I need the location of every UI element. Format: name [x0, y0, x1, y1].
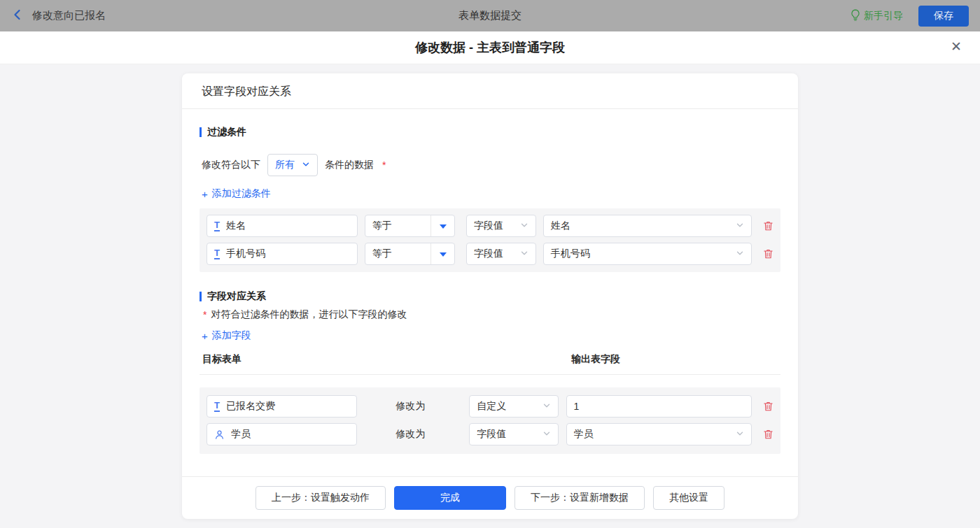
filter-value-type: 字段值	[474, 220, 503, 232]
filter-rows-band: T 姓名 等于 字段值 姓名	[200, 208, 780, 272]
filter-field-name: 手机号码	[226, 248, 265, 260]
filter-operator-select[interactable]: 等于	[365, 243, 455, 265]
back-button[interactable]	[11, 8, 24, 23]
filter-value-select[interactable]: 手机号码	[543, 243, 752, 265]
prev-step-button[interactable]: 上一步：设置触发动作	[255, 486, 386, 510]
filter-value-type: 字段值	[474, 248, 503, 260]
mapping-mode-value: 字段值	[477, 428, 506, 441]
filter-field-input[interactable]: T 手机号码	[206, 243, 358, 265]
person-icon	[214, 429, 225, 440]
mapping-rows-band: T 已报名交费 修改为 自定义	[200, 387, 780, 454]
filter-value-type-select[interactable]: 字段值	[466, 215, 536, 237]
close-icon[interactable]: ✕	[951, 40, 962, 53]
mapping-row: 学员 修改为 字段值 学员	[206, 423, 774, 445]
mapping-row: T 已报名交费 修改为 自定义	[206, 395, 774, 418]
filter-value: 手机号码	[551, 248, 590, 260]
chevron-down-icon	[542, 429, 551, 440]
modify-to-label: 修改为	[357, 400, 469, 413]
filter-match-row: 修改符合以下 所有 条件的数据 *	[202, 154, 778, 176]
filter-field-input[interactable]: T 姓名	[206, 215, 358, 237]
filter-field-name: 姓名	[226, 220, 246, 232]
match-mode-select[interactable]: 所有	[267, 154, 318, 176]
card-title: 设置字段对应关系	[182, 73, 798, 109]
match-mode-value: 所有	[275, 159, 295, 171]
filter-operator-value: 等于	[365, 248, 430, 260]
chevron-down-icon	[520, 248, 528, 259]
chevron-down-icon	[302, 159, 310, 171]
mapping-field-name: 已报名交费	[226, 400, 275, 413]
filter-section-title: 过滤条件	[200, 126, 780, 138]
topbar: 修改意向已报名 表单数据提交 新手引导 保存	[0, 0, 980, 31]
trash-icon[interactable]	[763, 401, 774, 412]
filter-row: T 姓名 等于 字段值 姓名	[206, 215, 774, 237]
add-field-label: 添加字段	[212, 329, 251, 342]
chevron-down-icon	[542, 401, 551, 412]
section-accent-bar	[200, 127, 202, 137]
match-prefix-label: 修改符合以下	[202, 159, 260, 171]
chevron-down-icon	[736, 248, 744, 259]
modal-title: 修改数据 - 主表到普通字段	[415, 39, 565, 56]
page-title: 表单数据提交	[235, 9, 745, 22]
filter-value: 姓名	[551, 220, 570, 232]
mapping-table-header: 目标表单 输出表字段	[200, 350, 780, 375]
mapping-mode-select[interactable]: 自定义	[469, 395, 558, 418]
modal-body-backdrop: 设置字段对应关系 过滤条件 修改符合以下 所有 条件的数据 *	[0, 64, 980, 528]
filter-row: T 手机号码 等于 字段值 手机号码	[206, 243, 774, 265]
required-asterisk: *	[203, 309, 206, 320]
section-accent-bar	[200, 292, 202, 301]
trash-icon[interactable]	[763, 248, 774, 259]
text-field-icon: T	[214, 401, 220, 412]
filter-operator-select[interactable]: 等于	[365, 215, 455, 237]
card-body: 过滤条件 修改符合以下 所有 条件的数据 * + 添加过滤条件	[182, 109, 798, 476]
mapping-mode-select[interactable]: 字段值	[469, 423, 558, 445]
next-step-button[interactable]: 下一步：设置新增数据	[514, 486, 645, 510]
mapping-field-input[interactable]: 学员	[206, 423, 357, 445]
filter-value-type-select[interactable]: 字段值	[466, 243, 536, 265]
filter-value-select[interactable]: 姓名	[543, 215, 752, 237]
trash-icon[interactable]	[763, 429, 774, 440]
mapping-mode-value: 自定义	[477, 400, 506, 413]
plus-icon: +	[202, 330, 208, 342]
save-button[interactable]: 保存	[918, 6, 969, 27]
mapping-description-text: 对符合过滤条件的数据，进行以下字段的修改	[211, 308, 407, 321]
done-button[interactable]: 完成	[394, 486, 506, 510]
mapping-section-title: 字段对应关系	[200, 290, 780, 303]
flow-name: 修改意向已报名	[32, 9, 106, 22]
trash-icon[interactable]	[763, 220, 774, 231]
add-filter-condition-label: 添加过滤条件	[212, 187, 271, 200]
filter-operator-value: 等于	[365, 220, 430, 232]
mapping-value-select[interactable]: 学员	[566, 423, 752, 445]
mapping-field-name: 学员	[231, 428, 251, 441]
text-field-icon: T	[214, 248, 220, 259]
mapping-description: * 对符合过滤条件的数据，进行以下字段的修改	[202, 308, 778, 321]
bulb-icon	[850, 9, 860, 23]
column-header-output-field: 输出表字段	[571, 353, 620, 366]
chevron-down-icon	[736, 220, 744, 231]
add-filter-condition-link[interactable]: + 添加过滤条件	[202, 187, 271, 200]
custom-value-input[interactable]	[566, 395, 752, 418]
column-header-target-form: 目标表单	[200, 353, 571, 366]
match-suffix-label: 条件的数据	[325, 159, 374, 171]
text-field-icon: T	[214, 220, 220, 231]
card-footer: 上一步：设置触发动作 完成 下一步：设置新增数据 其他设置	[182, 476, 798, 519]
mapping-value: 学员	[574, 428, 594, 441]
other-settings-button[interactable]: 其他设置	[653, 486, 724, 510]
modal-header: 修改数据 - 主表到普通字段 ✕	[0, 31, 980, 64]
mapping-section-title-text: 字段对应关系	[207, 290, 266, 303]
chevron-left-icon	[11, 8, 24, 23]
chevron-down-icon	[736, 429, 744, 440]
modify-to-label: 修改为	[357, 428, 469, 441]
newbie-guide-label: 新手引导	[864, 10, 903, 22]
settings-card: 设置字段对应关系 过滤条件 修改符合以下 所有 条件的数据 *	[182, 73, 798, 519]
caret-down-icon[interactable]	[430, 215, 454, 236]
newbie-guide-link[interactable]: 新手引导	[850, 9, 903, 23]
chevron-down-icon	[520, 220, 528, 231]
required-asterisk: *	[382, 159, 386, 171]
mapping-field-input[interactable]: T 已报名交费	[206, 395, 357, 418]
caret-down-icon[interactable]	[430, 243, 454, 264]
add-field-link[interactable]: + 添加字段	[202, 329, 251, 342]
filter-section-title-text: 过滤条件	[207, 126, 246, 138]
plus-icon: +	[202, 188, 208, 200]
